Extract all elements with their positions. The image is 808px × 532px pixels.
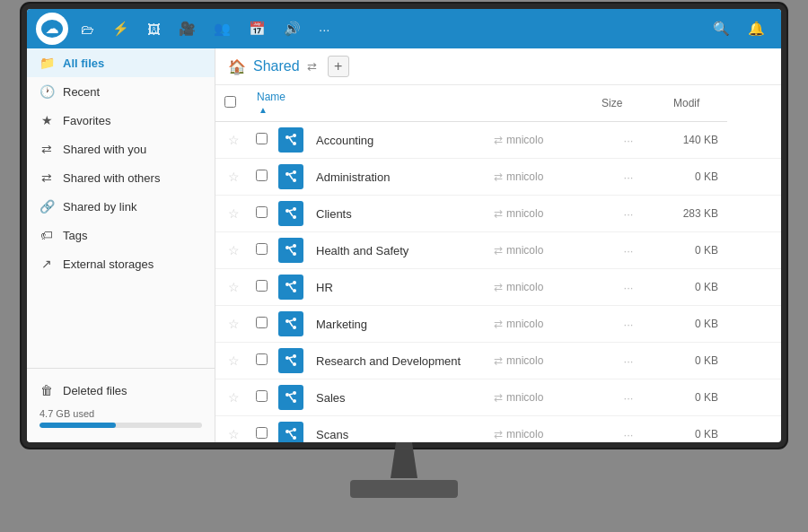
actions-cell-6[interactable]: ··· bbox=[593, 343, 664, 379]
sidebar: 📁 All files 🕐 Recent ★ Favorites ⇄ Share… bbox=[27, 48, 215, 442]
size-cell-4: 0 KB bbox=[664, 269, 727, 306]
favorite-star-2[interactable]: ☆ bbox=[228, 206, 240, 221]
favorite-star-7[interactable]: ☆ bbox=[228, 390, 240, 405]
sidebar-item-shared-with-others[interactable]: ⇄ Shared with others bbox=[27, 163, 215, 192]
checkbox-cell bbox=[248, 379, 275, 416]
svg-line-21 bbox=[289, 248, 293, 253]
svg-line-6 bbox=[289, 137, 293, 143]
modified-cell-3 bbox=[727, 232, 781, 269]
favorite-star-5[interactable]: ☆ bbox=[228, 317, 240, 331]
actions-cell-5[interactable]: ··· bbox=[593, 306, 664, 343]
table-row: ☆ Scans ⇄ bbox=[215, 416, 781, 443]
row-checkbox-1[interactable] bbox=[256, 170, 268, 181]
file-name-cell-7[interactable]: Sales bbox=[307, 379, 485, 416]
file-name-cell-1[interactable]: Administration bbox=[307, 159, 485, 196]
more-nav-btn[interactable]: ··· bbox=[312, 16, 338, 42]
sidebar-item-deleted-files[interactable]: 🗑 Deleted files bbox=[27, 376, 215, 405]
notifications-button[interactable]: 🔔 bbox=[741, 15, 772, 42]
sidebar-label-all-files: All files bbox=[63, 57, 104, 70]
photos-nav-btn[interactable]: 🖼 bbox=[140, 16, 168, 42]
video-nav-btn[interactable]: 🎥 bbox=[171, 15, 203, 42]
app-logo[interactable]: ☁ bbox=[36, 13, 68, 45]
topbar-nav: 🗁 ⚡ 🖼 🎥 👥 📅 🔊 ··· bbox=[74, 15, 706, 42]
row-checkbox-6[interactable] bbox=[256, 353, 268, 365]
share-user-name-0: mnicolo bbox=[506, 134, 543, 146]
row-checkbox-7[interactable] bbox=[256, 390, 268, 402]
row-checkbox-0[interactable] bbox=[256, 133, 268, 144]
share-user-cell-8: ⇄ mnicolo bbox=[485, 416, 593, 443]
table-row: ☆ HR ⇄ mn bbox=[215, 269, 781, 306]
size-cell-8: 0 KB bbox=[664, 416, 727, 443]
home-icon[interactable]: 🏠 bbox=[228, 58, 246, 75]
svg-point-42 bbox=[285, 430, 289, 433]
actions-cell-7[interactable]: ··· bbox=[593, 379, 664, 416]
th-size: Size bbox=[593, 85, 664, 122]
file-icon-cell bbox=[275, 379, 307, 416]
checkbox-cell bbox=[248, 343, 275, 379]
actions-cell-2[interactable]: ··· bbox=[593, 196, 664, 232]
star-cell: ☆ bbox=[215, 232, 248, 269]
file-name-cell-3[interactable]: Health and Safety bbox=[307, 232, 485, 269]
sidebar-item-shared-by-link[interactable]: 🔗 Shared by link bbox=[27, 192, 215, 221]
file-name-cell-2[interactable]: Clients bbox=[307, 196, 485, 232]
actions-cell-8[interactable]: ··· bbox=[593, 416, 664, 443]
sidebar-item-tags[interactable]: 🏷 Tags bbox=[27, 221, 215, 249]
svg-point-24 bbox=[293, 289, 296, 292]
svg-point-18 bbox=[293, 244, 296, 248]
favorite-star-8[interactable]: ☆ bbox=[228, 427, 240, 441]
clock-icon: 🕐 bbox=[40, 84, 54, 99]
audio-nav-btn[interactable]: 🔊 bbox=[277, 15, 308, 42]
select-all-checkbox[interactable] bbox=[224, 96, 236, 108]
contacts-nav-btn[interactable]: 👥 bbox=[206, 15, 238, 42]
main-content: 📁 All files 🕐 Recent ★ Favorites ⇄ Share… bbox=[27, 48, 781, 442]
favorite-star-0[interactable]: ☆ bbox=[228, 133, 240, 147]
file-name-cell-0[interactable]: Accounting bbox=[307, 122, 485, 159]
svg-point-34 bbox=[293, 362, 296, 366]
sidebar-item-shared-with-you[interactable]: ⇄ Shared with you bbox=[27, 135, 215, 163]
row-checkbox-8[interactable] bbox=[256, 427, 268, 439]
row-checkbox-4[interactable] bbox=[256, 280, 268, 292]
svg-point-44 bbox=[293, 436, 296, 440]
checkbox-cell bbox=[248, 232, 275, 269]
row-checkbox-2[interactable] bbox=[256, 206, 268, 218]
favorite-star-1[interactable]: ☆ bbox=[228, 170, 240, 184]
sidebar-item-favorites[interactable]: ★ Favorites bbox=[27, 106, 215, 135]
calendar-nav-btn[interactable]: 📅 bbox=[242, 15, 273, 42]
search-button[interactable]: 🔍 bbox=[706, 15, 737, 42]
row-checkbox-3[interactable] bbox=[256, 243, 268, 255]
sidebar-item-recent[interactable]: 🕐 Recent bbox=[27, 77, 215, 106]
file-name-cell-4[interactable]: HR bbox=[307, 269, 485, 306]
svg-line-16 bbox=[289, 211, 293, 216]
svg-point-22 bbox=[285, 283, 289, 286]
sidebar-label-shared-by-link: Shared by link bbox=[63, 200, 136, 214]
size-cell-2: 283 KB bbox=[664, 196, 727, 232]
row-checkbox-5[interactable] bbox=[256, 317, 268, 328]
checkbox-cell bbox=[248, 269, 275, 306]
checkbox-cell bbox=[248, 196, 275, 232]
actions-cell-1[interactable]: ··· bbox=[593, 159, 664, 196]
share-icon-row-2: ⇄ bbox=[494, 207, 503, 220]
th-modified: Modif bbox=[664, 85, 727, 122]
favorite-star-4[interactable]: ☆ bbox=[228, 280, 240, 294]
shared-folder-icon-2 bbox=[278, 201, 303, 226]
favorite-star-3[interactable]: ☆ bbox=[228, 243, 240, 257]
files-nav-btn[interactable]: 🗁 bbox=[74, 16, 101, 42]
modified-cell-1 bbox=[727, 159, 781, 196]
file-name-cell-6[interactable]: Research and Development bbox=[307, 343, 485, 379]
favorite-star-6[interactable]: ☆ bbox=[228, 353, 240, 368]
activity-nav-btn[interactable]: ⚡ bbox=[105, 15, 136, 42]
svg-point-12 bbox=[285, 209, 289, 213]
add-folder-button[interactable]: + bbox=[328, 56, 349, 77]
file-name-cell-5[interactable]: Marketing bbox=[307, 306, 485, 343]
sidebar-item-all-files[interactable]: 📁 All files bbox=[27, 48, 215, 77]
th-name[interactable]: Name ▲ bbox=[248, 85, 307, 122]
svg-point-28 bbox=[293, 318, 296, 321]
actions-cell-3[interactable]: ··· bbox=[593, 232, 664, 269]
actions-cell-4[interactable]: ··· bbox=[593, 269, 664, 306]
breadcrumb-label[interactable]: Shared bbox=[253, 58, 300, 74]
file-name-cell-8[interactable]: Scans bbox=[307, 416, 485, 443]
sidebar-item-external-storages[interactable]: ↗ External storages bbox=[27, 249, 215, 278]
actions-cell-0[interactable]: ··· bbox=[593, 122, 664, 159]
size-cell-3: 0 KB bbox=[664, 232, 727, 269]
svg-line-36 bbox=[289, 358, 293, 363]
